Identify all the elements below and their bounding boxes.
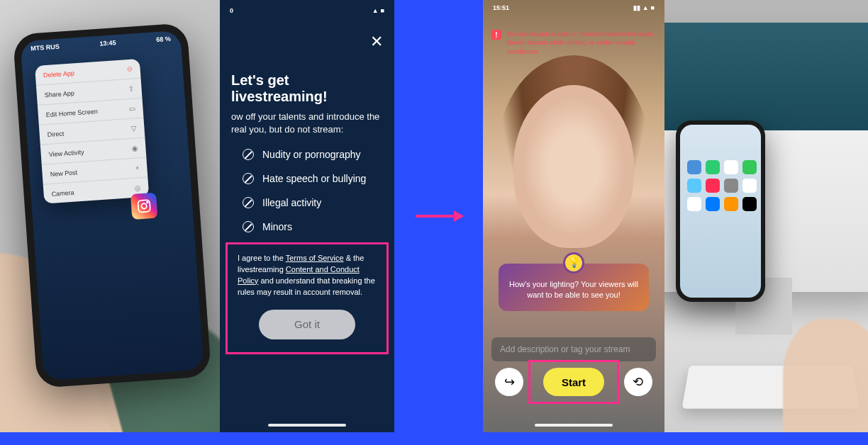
prohibit-icon — [243, 149, 254, 160]
prohibit-icon — [243, 173, 254, 184]
app-icon[interactable] — [687, 179, 701, 193]
app-icon[interactable] — [724, 160, 738, 174]
app-icon[interactable] — [742, 179, 757, 193]
app-icon[interactable] — [724, 179, 738, 193]
clock-label: 15:51 — [493, 4, 509, 11]
panel-livestream-terms: 0 ▲■ ✕ Let's get livestreaming! ow off y… — [220, 0, 394, 432]
home-screen-apps — [687, 160, 754, 211]
app-icon[interactable] — [742, 197, 757, 211]
flip-camera-button[interactable]: ⟲ — [624, 368, 652, 396]
app-context-menu: Delete App⊖ Share App⇧ Edit Home Screen▭… — [35, 59, 149, 204]
svg-point-1 — [141, 203, 147, 209]
start-highlight-box: Start — [528, 360, 619, 404]
start-stream-button[interactable]: Start — [543, 368, 604, 396]
instagram-app-icon[interactable] — [130, 193, 157, 220]
panel-stream-preview: 15:51 ▮▮▲■ ! Do not stream nudity or obs… — [483, 0, 664, 432]
share-button[interactable]: ↪ — [495, 368, 523, 396]
plus-icon: + — [135, 164, 140, 171]
share-arrow-icon: ↪ — [504, 374, 515, 390]
clock-label: 0 — [230, 7, 233, 14]
app-icon[interactable] — [706, 179, 720, 193]
panel-phone-context-menu: MTS RUS 13:45 68 % Delete App⊖ Share App… — [0, 0, 220, 432]
close-button[interactable]: ✕ — [370, 33, 383, 51]
camera-icon: ◎ — [134, 184, 141, 192]
activity-icon: ◉ — [131, 144, 138, 152]
wifi-icon: ▲ — [372, 7, 379, 14]
rules-list: Nudity or pornography Hate speech or bul… — [231, 149, 383, 232]
page-subtitle: ow off your talents and introduce the re… — [231, 111, 383, 136]
battery-icon: ■ — [381, 7, 384, 14]
app-icon[interactable] — [706, 197, 720, 211]
home-indicator[interactable] — [535, 424, 613, 427]
app-icon[interactable] — [687, 197, 701, 211]
arrow-right-icon — [416, 215, 462, 218]
safety-warning-banner: ! Do not stream nudity or obscene/violen… — [491, 30, 656, 56]
svg-point-2 — [147, 201, 148, 203]
page-title: Let's get livestreaming! — [231, 72, 383, 105]
flip-camera-icon: ⟲ — [633, 374, 643, 390]
signal-icon: ▮▮ — [633, 4, 640, 11]
agreement-text: I agree to the Terms of Service & the li… — [238, 253, 377, 298]
status-bar: 15:51 ▮▮▲■ — [483, 0, 664, 16]
terms-of-service-link[interactable]: Terms of Service — [286, 254, 344, 262]
app-icon[interactable] — [687, 160, 701, 174]
rule-item: Minors — [243, 221, 383, 232]
carrier-label: MTS RUS — [30, 43, 60, 52]
phone-device: MTS RUS 13:45 68 % Delete App⊖ Share App… — [13, 23, 211, 388]
share-icon: ⇧ — [128, 84, 134, 93]
send-icon: ▽ — [130, 124, 137, 133]
battery-label: 68 % — [156, 35, 171, 43]
home-indicator[interactable] — [268, 424, 346, 427]
arrow-connector — [394, 0, 483, 432]
agreement-highlight-box: I agree to the Terms of Service & the li… — [226, 242, 389, 354]
phone-device — [676, 120, 765, 302]
status-bar: 0 ▲■ — [220, 0, 394, 18]
rule-item: Nudity or pornography — [243, 149, 383, 160]
app-icon[interactable] — [706, 160, 720, 174]
panel-desktop-phone — [664, 0, 868, 432]
delete-icon: ⊖ — [126, 65, 133, 74]
clock-label: 13:45 — [99, 39, 116, 47]
lighting-tip-card: 💡 How's your lighting? Your viewers will… — [499, 264, 649, 311]
apps-icon: ▭ — [128, 104, 135, 113]
got-it-button[interactable]: Got it — [259, 310, 355, 339]
lightbulb-icon: 💡 — [563, 252, 584, 274]
app-icon[interactable] — [724, 197, 738, 211]
app-icon[interactable] — [742, 160, 757, 174]
alert-icon: ! — [491, 30, 501, 40]
battery-icon: ■ — [651, 4, 655, 11]
rule-item: Illegal activity — [243, 197, 383, 208]
prohibit-icon — [243, 221, 254, 232]
wifi-icon: ▲ — [642, 4, 649, 11]
hand — [783, 319, 868, 432]
prohibit-icon — [243, 197, 254, 208]
stream-description-input[interactable]: Add description or tag your stream — [491, 337, 656, 361]
status-bar: MTS RUS 13:45 68 % — [21, 30, 182, 57]
rule-item: Hate speech or bullying — [243, 173, 383, 184]
